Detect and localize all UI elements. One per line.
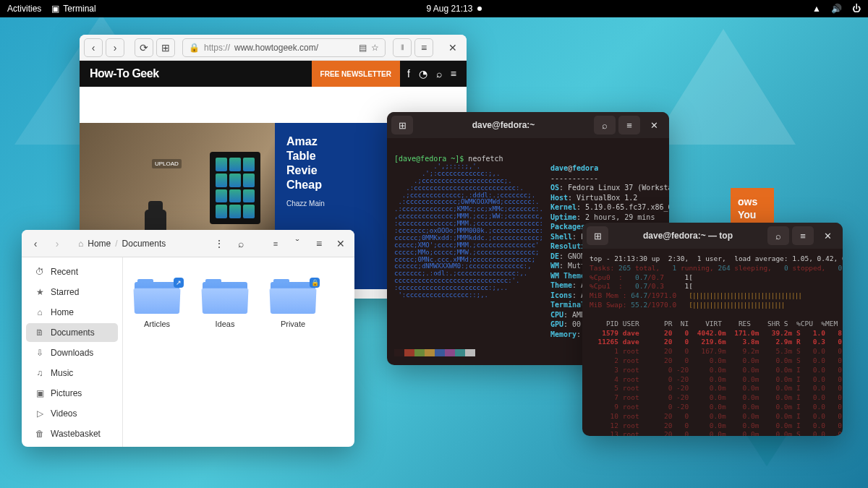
terminal-search-button[interactable]: ⌕ — [594, 116, 616, 134]
nav-back-button[interactable]: ‹ — [84, 38, 103, 57]
clock-label: 9 Aug 21:13 — [426, 4, 472, 14]
sidebar-item-starred[interactable]: ★Starred — [26, 283, 118, 301]
terminal-new-tab-button[interactable]: ⊞ — [391, 116, 413, 134]
folder-icon: 🔒 — [271, 279, 315, 314]
gnome-top-bar: Activities ▣ Terminal 9 Aug 21:13 ▲ 🔊 ⏻ — [0, 0, 868, 17]
list-view-button[interactable]: ≡ — [266, 234, 285, 253]
files-close-button[interactable]: ✕ — [331, 234, 350, 253]
new-tab-button[interactable]: ⊞ — [156, 38, 175, 57]
sidebar-item-icon: ▷ — [35, 408, 45, 419]
sidebar-item-wastebasket[interactable]: 🗑Wastebasket — [26, 424, 118, 443]
reload-button[interactable]: ⟳ — [135, 38, 153, 57]
folder-label: Ideas — [216, 320, 235, 328]
lock-icon: 🔒 — [189, 43, 200, 53]
path-menu-button[interactable]: ⋮ — [210, 234, 229, 253]
terminal1-title: dave@fedora:~ — [416, 120, 591, 130]
sidebar-item-label: Home — [51, 307, 74, 317]
sidebar-item-icon: 🗑 — [35, 429, 45, 439]
activities-button[interactable]: Activities — [7, 4, 41, 14]
twitter-icon[interactable]: ◔ — [419, 68, 427, 80]
files-hamburger-button[interactable]: ≡ — [310, 234, 328, 253]
folder-private[interactable]: 🔒Private — [271, 279, 315, 328]
terminal2-title: dave@fedora:~ — top — [611, 231, 765, 241]
sidebar-item-home[interactable]: ⌂Home — [26, 303, 118, 322]
files-window: ‹ › ⌂ Home / Documents ⋮ ⌕ ≡ ˇ ≡ ✕ ⏱Rece… — [22, 230, 354, 447]
breadcrumb-home[interactable]: Home — [88, 239, 111, 249]
folder-label: Articles — [144, 320, 170, 328]
sidebar-item-icon: ⌂ — [35, 307, 45, 317]
view-options-button[interactable]: ˇ — [288, 234, 307, 253]
terminal-top-window: ⊞ dave@fedora:~ — top ⌕ ≡ ✕ top - 21:13:… — [582, 223, 843, 436]
sidebar-item-label: Music — [51, 368, 73, 378]
files-search-button[interactable]: ⌕ — [231, 234, 250, 253]
sidebar-item-icon: 🗎 — [35, 328, 45, 338]
folder-articles[interactable]: ↗Articles — [135, 279, 179, 328]
sidebar-item-recent[interactable]: ⏱Recent — [26, 262, 118, 281]
clock-button[interactable]: 9 Aug 21:13 — [426, 4, 482, 14]
url-prefix: https:// — [204, 43, 230, 53]
site-logo[interactable]: How-To Geek — [90, 67, 159, 80]
folder-label: Private — [281, 320, 305, 328]
terminal-menu-button[interactable]: ≡ — [618, 116, 640, 134]
terminal2-close-button[interactable]: ✕ — [817, 226, 838, 245]
network-icon[interactable]: ▲ — [812, 4, 821, 14]
breadcrumb-current[interactable]: Documents — [122, 239, 166, 249]
url-bar[interactable]: 🔒 https://www.howtogeek.com/ ▤ ☆ — [182, 38, 386, 57]
hamburger-menu-button[interactable]: ≡ — [414, 38, 433, 57]
lock-badge-icon: 🔒 — [310, 278, 320, 288]
sidebar-item-icon: ⏱ — [35, 267, 45, 277]
terminal-menu-button[interactable]: ≡ — [792, 226, 814, 245]
sidebar-item-label: Starred — [51, 287, 79, 297]
files-forward-button[interactable]: › — [48, 234, 67, 253]
volume-icon[interactable]: 🔊 — [831, 4, 842, 14]
sidebar-item-label: Wastebasket — [51, 429, 101, 439]
sidebar-item-label: Pictures — [51, 388, 82, 398]
sidebar-item-icon: ▣ — [35, 388, 45, 398]
window-close-button[interactable]: ✕ — [443, 38, 462, 57]
sidebar-item-documents[interactable]: 🗎Documents — [26, 323, 118, 342]
browser-titlebar: ‹ › ⟳ ⊞ 🔒 https://www.howtogeek.com/ ▤ ☆… — [80, 35, 467, 61]
breadcrumb[interactable]: ⌂ Home / Documents — [78, 239, 166, 249]
library-button[interactable]: ⫴ — [393, 38, 412, 57]
terminal2-body[interactable]: top - 21:13:30 up 2:30, 1 user, load ave… — [582, 249, 843, 436]
shortcut-badge-icon: ↗ — [174, 278, 184, 288]
sidebar-item-icon: ♫ — [35, 368, 45, 378]
sidebar-item-label: Recent — [51, 267, 78, 277]
home-icon: ⌂ — [78, 239, 83, 249]
bookmark-star-icon[interactable]: ☆ — [371, 43, 379, 53]
files-content[interactable]: ↗ArticlesIdeas🔒Private — [123, 257, 354, 447]
notification-dot-icon — [477, 7, 482, 11]
reader-mode-icon[interactable]: ▤ — [359, 43, 367, 53]
terminal1-close-button[interactable]: ✕ — [643, 116, 665, 134]
upload-badge: UPLOAD — [152, 159, 182, 168]
terminal-new-tab-button[interactable]: ⊞ — [587, 226, 608, 245]
sidebar-item-icon: ★ — [35, 287, 45, 297]
sidebar-item-pictures[interactable]: ▣Pictures — [26, 384, 118, 403]
terminal-icon: ▣ — [51, 4, 59, 14]
nav-forward-button[interactable]: › — [106, 38, 124, 57]
search-icon[interactable]: ⌕ — [436, 68, 442, 80]
newsletter-button[interactable]: FREE NEWSLETTER — [312, 61, 400, 87]
folder-icon — [203, 279, 247, 314]
sidebar-item-label: Videos — [51, 408, 77, 419]
sidebar-item-music[interactable]: ♫Music — [26, 364, 118, 382]
files-titlebar: ‹ › ⌂ Home / Documents ⋮ ⌕ ≡ ˇ ≡ ✕ — [22, 230, 354, 257]
url-host: www.howtogeek.com/ — [234, 43, 318, 53]
app-menu[interactable]: ▣ Terminal — [51, 4, 95, 14]
folder-icon: ↗ — [135, 279, 179, 314]
site-menu-icon[interactable]: ≡ — [451, 68, 456, 80]
power-icon[interactable]: ⏻ — [852, 4, 861, 14]
sidebar-item-label: Downloads — [51, 348, 93, 358]
sidebar-item-downloads[interactable]: ⇩Downloads — [26, 343, 118, 362]
app-menu-label: Terminal — [63, 4, 95, 14]
facebook-icon[interactable]: f — [407, 68, 410, 80]
terminal1-titlebar: ⊞ dave@fedora:~ ⌕ ≡ ✕ — [387, 112, 669, 138]
sidebar-item-label: Documents — [51, 328, 95, 338]
files-back-button[interactable]: ‹ — [26, 234, 45, 253]
terminal-search-button[interactable]: ⌕ — [767, 226, 789, 245]
site-header: How-To Geek FREE NEWSLETTER f ◔ ⌕ ≡ — [80, 61, 467, 87]
folder-ideas[interactable]: Ideas — [203, 279, 247, 328]
sidebar-item-icon: ⇩ — [35, 348, 45, 358]
prompt: [dave@fedora ~]$ — [394, 155, 468, 163]
sidebar-item-videos[interactable]: ▷Videos — [26, 404, 118, 423]
